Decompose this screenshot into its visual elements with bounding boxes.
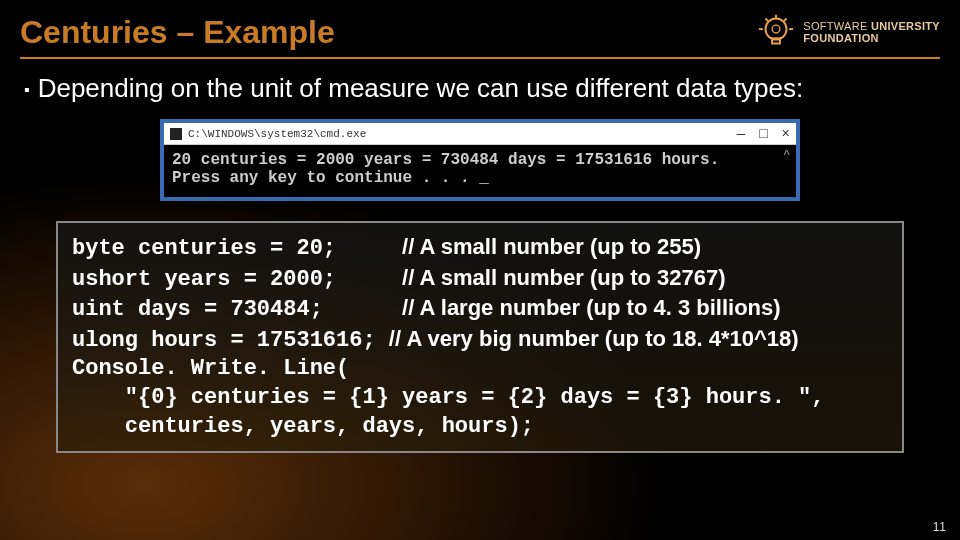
logo-line3: FOUNDATION [803,33,940,45]
code-l7: centuries, years, days, hours); [72,414,534,439]
console-titlebar: C:\WINDOWS\system32\cmd.exe — □ × [164,123,796,145]
console-body: ^ 20 centuries = 2000 years = 730484 day… [164,145,796,197]
bullet-icon: ▪ [24,73,30,107]
code-l5: Console. Write. Line( [72,356,349,381]
code-l1-comment: // A small number (up to 255) [402,234,701,259]
code-l2-comment: // A small number (up to 32767) [402,265,726,290]
code-l3-comment: // A large number (up to 4. 3 billions) [402,295,781,320]
console-title: C:\WINDOWS\system32\cmd.exe [188,128,366,140]
code-l2-left: ushort years = 2000; [72,267,336,292]
minimize-icon: — [737,126,745,142]
cmd-icon [170,128,182,140]
svg-line-5 [784,19,787,22]
code-l4-left: ulong hours = 17531616; [72,328,376,353]
code-l1-left: byte centuries = 20; [72,236,336,261]
logo-line1: SOFTWARE [803,20,867,32]
code-l3-left: uint days = 730484; [72,297,323,322]
logo: SOFTWARE UNIVERSITY FOUNDATION [755,12,940,54]
code-l4-comment: // A very big number (up to 18. 4*10^18) [389,326,799,351]
scroll-up-icon: ^ [783,149,790,161]
lightbulb-gear-icon [755,12,797,54]
bullet-text: Depending on the unit of measure we can … [38,73,804,104]
console-window: C:\WINDOWS\system32\cmd.exe — □ × ^ 20 c… [160,119,800,201]
logo-line2: UNIVERSITY [871,20,940,32]
svg-line-4 [766,19,769,22]
bullet-line: ▪ Depending on the unit of measure we ca… [0,73,960,119]
code-block: byte centuries = 20; // A small number (… [56,221,904,453]
title-underline [20,57,940,59]
close-icon: × [782,126,790,142]
page-number: 11 [933,520,946,534]
console-line-2: Press any key to continue . . . _ [172,169,788,187]
console-line-1: 20 centuries = 2000 years = 730484 days … [172,151,788,169]
maximize-icon: □ [759,126,767,142]
svg-point-6 [772,25,780,33]
svg-point-0 [766,19,787,40]
code-l6: "{0} centuries = {1} years = {2} days = … [72,385,825,410]
